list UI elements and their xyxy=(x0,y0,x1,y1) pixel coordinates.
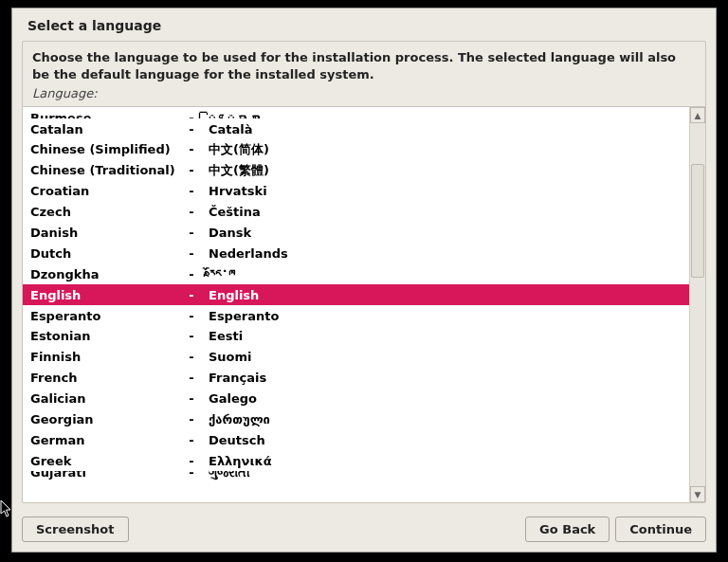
language-name-english: Greek xyxy=(30,454,182,468)
language-name-english: Catalan xyxy=(30,122,182,136)
language-name-english: Chinese (Traditional) xyxy=(30,163,182,177)
language-row[interactable]: Burmese-ြន္မာစာ xyxy=(23,107,689,118)
language-name-native: Français xyxy=(201,371,682,385)
language-row[interactable]: Finnish-Suomi xyxy=(23,347,689,368)
separator: - xyxy=(182,433,201,447)
language-name-native: Galego xyxy=(201,391,682,406)
language-name-native: རྫོང་ཁ xyxy=(201,267,682,281)
separator: - xyxy=(182,267,201,281)
language-row[interactable]: Estonian-Eesti xyxy=(23,326,689,347)
instructions-text: Choose the language to be used for the i… xyxy=(23,42,705,84)
language-label: Language: xyxy=(23,84,705,106)
screenshot-button[interactable]: Screenshot xyxy=(22,517,129,542)
language-name-native: Suomi xyxy=(201,350,682,364)
language-name-english: Dutch xyxy=(30,246,182,261)
language-row[interactable]: Gujarati-ગુજરાતી xyxy=(23,471,689,484)
separator: - xyxy=(182,226,201,240)
language-name-english: Gujarati xyxy=(30,471,182,480)
language-row[interactable]: Esperanto-Esperanto xyxy=(23,305,689,326)
separator: - xyxy=(182,246,201,261)
language-row[interactable]: Dutch-Nederlands xyxy=(23,243,689,263)
separator: - xyxy=(182,122,201,136)
installer-window: Select a language Choose the language to… xyxy=(11,8,717,553)
language-name-english: Esperanto xyxy=(30,309,182,323)
language-name-native: ગુજરાતી xyxy=(201,471,682,480)
language-row[interactable]: English-English xyxy=(23,284,689,305)
scroll-up-button[interactable]: ▲ xyxy=(690,107,705,123)
separator: - xyxy=(182,288,201,302)
language-list-container: Burmese-ြន္မာစာCatalan-CatalàChinese (Si… xyxy=(23,106,705,502)
language-name-native: English xyxy=(201,288,682,302)
language-row[interactable]: Chinese (Simplified)-中文(简体) xyxy=(23,139,689,160)
separator: - xyxy=(182,391,201,406)
language-name-native: Ελληνικά xyxy=(201,454,682,468)
separator: - xyxy=(182,454,201,468)
separator: - xyxy=(182,471,201,480)
separator: - xyxy=(182,184,201,198)
language-name-native: Čeština xyxy=(201,205,682,219)
language-row[interactable]: Croatian-Hrvatski xyxy=(23,181,689,202)
language-name-english: Finnish xyxy=(30,350,182,364)
language-panel: Choose the language to be used for the i… xyxy=(22,41,706,503)
language-name-native: Eesti xyxy=(201,329,682,343)
separator: - xyxy=(182,142,201,156)
language-name-native: 中文(简体) xyxy=(201,141,682,158)
scrollbar[interactable]: ▲ ▼ xyxy=(689,107,705,502)
language-row[interactable]: Czech-Čeština xyxy=(23,202,689,223)
language-row[interactable]: Danish-Dansk xyxy=(23,223,689,244)
language-name-english: Chinese (Simplified) xyxy=(30,142,182,156)
language-row[interactable]: French-Français xyxy=(23,368,689,389)
language-name-english: English xyxy=(30,288,182,302)
language-row[interactable]: Chinese (Traditional)-中文(繁體) xyxy=(23,160,689,181)
separator: - xyxy=(182,412,201,426)
language-row[interactable]: Catalan-Català xyxy=(23,118,689,139)
separator: - xyxy=(182,111,201,118)
language-list[interactable]: Burmese-ြន္မာစာCatalan-CatalàChinese (Si… xyxy=(23,107,689,502)
language-name-native: ြន္မာစာ xyxy=(201,111,682,118)
separator: - xyxy=(182,309,201,323)
page-title: Select a language xyxy=(12,9,716,41)
language-name-english: Croatian xyxy=(30,184,182,198)
language-name-native: Esperanto xyxy=(201,309,682,323)
language-name-english: Czech xyxy=(30,205,182,219)
language-name-english: Estonian xyxy=(30,329,182,343)
continue-button[interactable]: Continue xyxy=(615,517,706,542)
scroll-down-button[interactable]: ▼ xyxy=(690,486,705,502)
language-name-native: Català xyxy=(201,122,682,136)
language-name-english: Burmese xyxy=(30,111,182,118)
language-name-english: German xyxy=(30,433,182,447)
language-name-native: Dansk xyxy=(201,226,682,240)
separator: - xyxy=(182,329,201,343)
language-name-english: Dzongkha xyxy=(30,267,182,281)
language-name-english: French xyxy=(30,371,182,385)
language-name-native: Hrvatski xyxy=(201,184,682,198)
language-name-native: Deutsch xyxy=(201,433,682,447)
language-name-english: Georgian xyxy=(30,412,182,426)
language-name-native: 中文(繁體) xyxy=(201,162,682,179)
separator: - xyxy=(182,205,201,219)
language-row[interactable]: Greek-Ελληνικά xyxy=(23,450,689,471)
language-row[interactable]: Galician-Galego xyxy=(23,389,689,409)
language-row[interactable]: German-Deutsch xyxy=(23,429,689,450)
language-name-native: Nederlands xyxy=(201,246,682,261)
separator: - xyxy=(182,163,201,177)
separator: - xyxy=(182,350,201,364)
footer: Screenshot Go Back Continue xyxy=(22,517,706,542)
go-back-button[interactable]: Go Back xyxy=(525,517,610,542)
language-row[interactable]: Dzongkha-རྫོང་ཁ xyxy=(23,263,689,284)
scroll-thumb[interactable] xyxy=(691,164,704,278)
language-row[interactable]: Georgian-ქართული xyxy=(23,409,689,430)
language-name-english: Danish xyxy=(30,226,182,240)
separator: - xyxy=(182,371,201,385)
language-name-english: Galician xyxy=(30,391,182,406)
language-name-native: ქართული xyxy=(201,412,682,426)
